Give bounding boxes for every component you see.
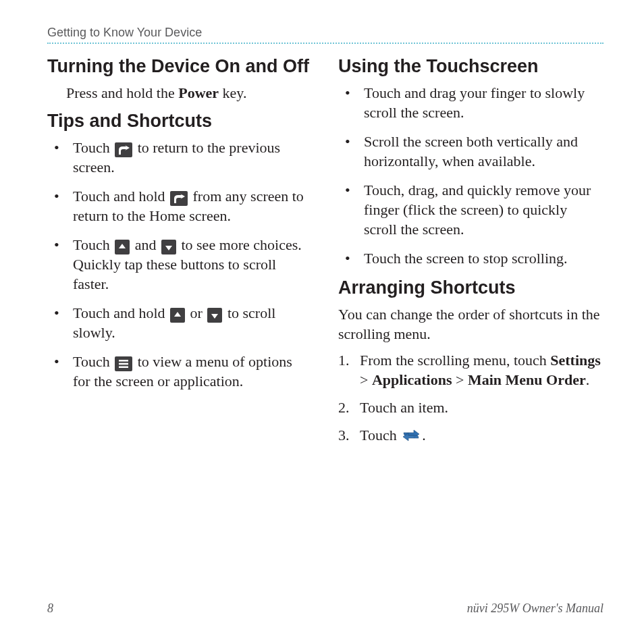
- list-item: Touch and drag your finger to slowly scr…: [338, 83, 603, 122]
- text: .: [422, 427, 426, 444]
- left-column: Turning the Device On and Off Press and …: [47, 56, 313, 453]
- tip-item: Touch and hold or to scroll slowly.: [47, 303, 313, 342]
- steps-list: From the scrolling menu, touch Settings …: [338, 350, 603, 445]
- tip-item: Touch and hold from any screen to return…: [47, 186, 313, 225]
- swap-arrows-icon: [402, 428, 421, 443]
- back-arrow-icon: [115, 142, 132, 157]
- tip-item: Touch to return to the previous screen.: [47, 138, 313, 177]
- text: Touch: [73, 236, 113, 253]
- menu-icon: [115, 356, 132, 371]
- tip-item: Touch and to see more choices. Quickly t…: [47, 235, 313, 294]
- text: Press and hold the: [66, 84, 178, 101]
- page-number: 8: [47, 601, 53, 616]
- chapter-header: Getting to Know Your Device: [47, 26, 603, 44]
- text: and: [131, 236, 160, 253]
- step-item: Touch an item.: [338, 398, 603, 417]
- scroll-up-icon: [170, 308, 185, 323]
- nav-applications: Applications: [372, 371, 452, 388]
- text: key.: [219, 84, 246, 101]
- two-column-layout: Turning the Device On and Off Press and …: [47, 56, 603, 453]
- power-instruction: Press and hold the Power key.: [66, 83, 313, 103]
- text: or: [186, 304, 206, 321]
- text: >: [360, 371, 372, 388]
- tip-item: Touch to view a menu of options for the …: [47, 352, 313, 391]
- text: Touch: [73, 353, 113, 370]
- step-item: Touch .: [338, 425, 603, 445]
- heading-tips-shortcuts: Tips and Shortcuts: [47, 111, 313, 132]
- power-key-label: Power: [178, 84, 219, 101]
- right-column: Using the Touchscreen Touch and drag you…: [338, 56, 603, 453]
- text: From the scrolling menu, touch: [360, 352, 550, 369]
- text: Touch: [73, 139, 113, 156]
- page-footer: 8 nüvi 295W Owner's Manual: [47, 601, 603, 616]
- touchscreen-list: Touch and drag your finger to slowly scr…: [338, 83, 603, 268]
- nav-settings: Settings: [550, 352, 601, 369]
- heading-turning-device-on-off: Turning the Device On and Off: [47, 56, 313, 78]
- step-item: From the scrolling menu, touch Settings …: [338, 350, 603, 390]
- back-arrow-icon: [170, 191, 188, 206]
- list-item: Scroll the screen both vertically and ho…: [338, 132, 603, 171]
- scroll-down-icon: [161, 240, 176, 254]
- nav-main-menu-order: Main Menu Order: [468, 371, 586, 388]
- heading-arranging-shortcuts: Arranging Shortcuts: [338, 277, 603, 299]
- text: >: [452, 371, 468, 388]
- list-item: Touch the screen to stop scrolling.: [338, 248, 603, 268]
- scroll-up-icon: [115, 240, 130, 254]
- tips-list: Touch to return to the previous screen. …: [47, 138, 313, 391]
- text: .: [586, 371, 590, 388]
- svg-rect-2: [119, 367, 128, 369]
- svg-rect-1: [119, 363, 128, 365]
- text: Touch and hold: [73, 188, 169, 205]
- arranging-intro: You can change the order of shortcuts in…: [338, 304, 603, 344]
- svg-rect-0: [119, 360, 128, 362]
- heading-using-touchscreen: Using the Touchscreen: [338, 56, 603, 78]
- manual-title: nüvi 295W Owner's Manual: [467, 601, 603, 616]
- text: Touch and hold: [73, 304, 169, 321]
- scroll-down-icon: [207, 308, 222, 323]
- list-item: Touch, drag, and quickly remove your fin…: [338, 180, 603, 239]
- text: Touch: [360, 427, 400, 444]
